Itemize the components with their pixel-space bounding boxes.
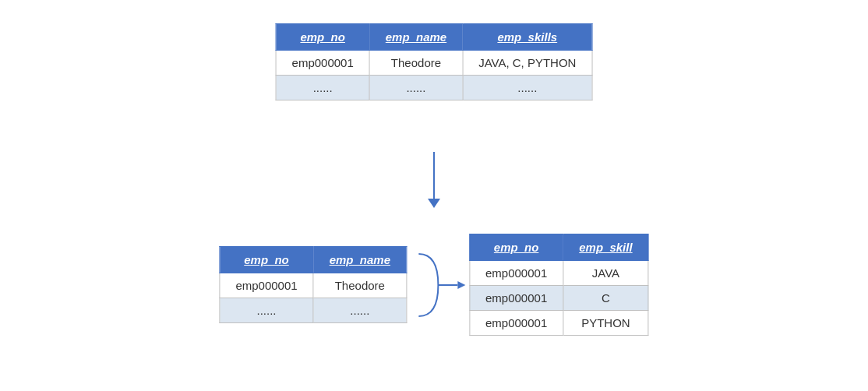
table-cell: C [563,286,648,311]
bottom-right-table-wrapper: emp_no emp_skill emp000001JAVAemp000001C… [469,234,649,336]
table-cell: ...... [220,298,313,323]
table-cell: JAVA, C, PYTHON [463,51,592,76]
bottom-left-table: emp_no emp_name emp000001Theodore.......… [219,246,407,323]
table-cell: emp000001 [220,273,313,298]
page-container: emp_no emp_name emp_skills emp000001Theo… [0,0,868,391]
table-cell: emp000001 [470,261,563,286]
table-cell: Theodore [313,273,406,298]
bl-header-emp-no: emp_no [220,247,313,273]
arrow-line [433,152,435,199]
table-cell: ...... [276,76,369,100]
bottom-left-table-wrapper: emp_no emp_name emp000001Theodore.......… [219,246,407,323]
table-cell: ...... [369,76,462,100]
table-cell: emp000001 [470,286,563,311]
top-header-emp-no: emp_no [276,24,369,51]
top-table-section: emp_no emp_name emp_skills emp000001Theo… [276,23,593,100]
br-header-emp-no: emp_no [470,234,563,261]
bottom-right-table: emp_no emp_skill emp000001JAVAemp000001C… [469,234,649,336]
table-cell: PYTHON [563,311,648,336]
connector-svg [415,238,461,332]
table-cell: emp000001 [276,51,369,76]
svg-marker-1 [457,281,465,289]
bottom-section: emp_no emp_name emp000001Theodore.......… [219,234,648,336]
table-cell: Theodore [369,51,462,76]
top-table: emp_no emp_name emp_skills emp000001Theo… [276,23,593,100]
connector [415,238,461,332]
table-cell: ...... [313,298,406,323]
table-cell: ...... [463,76,592,100]
table-cell: JAVA [563,261,648,286]
down-arrow [428,152,440,208]
table-cell: emp000001 [470,311,563,336]
br-header-emp-skill: emp_skill [563,234,648,261]
bl-header-emp-name: emp_name [313,247,406,273]
top-header-emp-skills: emp_skills [463,24,592,51]
top-header-emp-name: emp_name [369,24,462,51]
arrow-head [428,199,440,208]
